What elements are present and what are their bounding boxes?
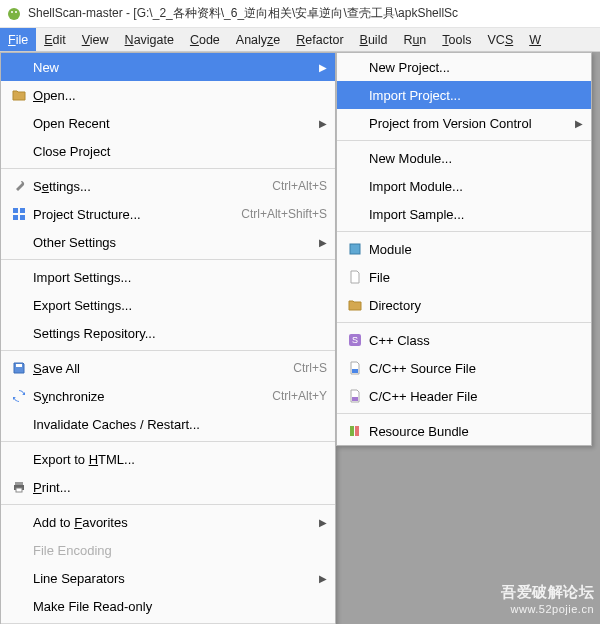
submenu-arrow-icon: ▶ [319, 573, 327, 584]
svg-text:S: S [352, 335, 358, 345]
submenu-arrow-icon: ▶ [319, 237, 327, 248]
separator [337, 322, 591, 323]
svg-point-2 [15, 11, 17, 13]
menu-window[interactable]: W [521, 28, 549, 51]
file-open[interactable]: Open... [1, 81, 335, 109]
module-icon [345, 242, 365, 256]
new-submenu-dropdown: New Project... Import Project... Project… [336, 52, 592, 446]
svg-point-0 [8, 8, 20, 20]
cpp-class-icon: S [345, 333, 365, 347]
new-cpp-class[interactable]: S C++ Class [337, 326, 591, 354]
new-module[interactable]: New Module... [337, 144, 591, 172]
submenu-arrow-icon: ▶ [319, 517, 327, 528]
cpp-header-icon [345, 389, 365, 403]
svg-rect-6 [20, 215, 25, 220]
new-file-item[interactable]: File [337, 263, 591, 291]
menu-file[interactable]: File [0, 28, 36, 51]
new-import-project[interactable]: Import Project... [337, 81, 591, 109]
file-open-recent[interactable]: Open Recent ▶ [1, 109, 335, 137]
new-resource-bundle[interactable]: Resource Bundle [337, 417, 591, 445]
new-cpp-header[interactable]: C/C++ Header File [337, 382, 591, 410]
new-import-module[interactable]: Import Module... [337, 172, 591, 200]
separator [1, 168, 335, 169]
folder-icon [345, 299, 365, 311]
cpp-source-icon [345, 361, 365, 375]
svg-point-1 [11, 11, 13, 13]
menu-code[interactable]: Code [182, 28, 228, 51]
new-import-sample[interactable]: Import Sample... [337, 200, 591, 228]
file-new[interactable]: New ▶ [1, 53, 335, 81]
file-invalidate-caches[interactable]: Invalidate Caches / Restart... [1, 410, 335, 438]
svg-rect-14 [352, 369, 358, 373]
menu-navigate[interactable]: Navigate [117, 28, 182, 51]
app-icon [6, 6, 22, 22]
file-other-settings[interactable]: Other Settings ▶ [1, 228, 335, 256]
svg-rect-11 [350, 244, 360, 254]
file-project-structure[interactable]: Project Structure... Ctrl+Alt+Shift+S [1, 200, 335, 228]
svg-rect-5 [13, 215, 18, 220]
window-titlebar: ShellScan-master - [G:\_2_各种资料\_6_逆向相关\安… [0, 0, 600, 28]
new-module-item[interactable]: Module [337, 235, 591, 263]
submenu-arrow-icon: ▶ [319, 62, 327, 73]
menu-vcs[interactable]: VCS [480, 28, 522, 51]
separator [337, 231, 591, 232]
file-settings-repository[interactable]: Settings Repository... [1, 319, 335, 347]
separator [1, 441, 335, 442]
new-project[interactable]: New Project... [337, 53, 591, 81]
separator [1, 350, 335, 351]
file-import-settings[interactable]: Import Settings... [1, 263, 335, 291]
resource-bundle-icon [345, 424, 365, 438]
svg-rect-15 [352, 397, 358, 401]
menubar: File Edit View Navigate Code Analyze Ref… [0, 28, 600, 52]
save-icon [9, 361, 29, 375]
file-close-project[interactable]: Close Project [1, 137, 335, 165]
menu-analyze[interactable]: Analyze [228, 28, 288, 51]
file-synchronize[interactable]: Synchronize Ctrl+Alt+Y [1, 382, 335, 410]
svg-rect-8 [15, 482, 23, 485]
svg-rect-7 [16, 364, 22, 367]
file-add-favorites[interactable]: Add to Favorites ▶ [1, 508, 335, 536]
menu-build[interactable]: Build [352, 28, 396, 51]
menu-view[interactable]: View [74, 28, 117, 51]
file-make-readonly[interactable]: Make File Read-only [1, 592, 335, 620]
menu-tools[interactable]: Tools [434, 28, 479, 51]
svg-rect-10 [16, 488, 22, 492]
file-print[interactable]: Print... [1, 473, 335, 501]
svg-rect-4 [20, 208, 25, 213]
separator [1, 504, 335, 505]
file-export-settings[interactable]: Export Settings... [1, 291, 335, 319]
window-title: ShellScan-master - [G:\_2_各种资料\_6_逆向相关\安… [28, 5, 458, 22]
file-encoding: File Encoding [1, 536, 335, 564]
svg-rect-17 [355, 426, 359, 436]
file-icon [345, 270, 365, 284]
svg-rect-16 [350, 426, 354, 436]
menu-refactor[interactable]: Refactor [288, 28, 351, 51]
print-icon [9, 480, 29, 494]
new-cpp-source[interactable]: C/C++ Source File [337, 354, 591, 382]
submenu-arrow-icon: ▶ [575, 118, 583, 129]
structure-icon [9, 207, 29, 221]
sync-icon [9, 389, 29, 403]
separator [1, 259, 335, 260]
file-line-separators[interactable]: Line Separators ▶ [1, 564, 335, 592]
watermark: 吾爱破解论坛 www.52pojie.cn [501, 582, 594, 616]
new-directory[interactable]: Directory [337, 291, 591, 319]
file-save-all[interactable]: Save All Ctrl+S [1, 354, 335, 382]
separator [337, 413, 591, 414]
file-export-html[interactable]: Export to HTML... [1, 445, 335, 473]
wrench-icon [9, 179, 29, 193]
file-menu-dropdown: New ▶ Open... Open Recent ▶ Close Projec… [0, 52, 336, 624]
svg-rect-3 [13, 208, 18, 213]
separator [337, 140, 591, 141]
folder-icon [9, 89, 29, 101]
file-settings[interactable]: Settings... Ctrl+Alt+S [1, 172, 335, 200]
menu-edit[interactable]: Edit [36, 28, 74, 51]
menu-run[interactable]: Run [395, 28, 434, 51]
new-project-from-vc[interactable]: Project from Version Control ▶ [337, 109, 591, 137]
submenu-arrow-icon: ▶ [319, 118, 327, 129]
